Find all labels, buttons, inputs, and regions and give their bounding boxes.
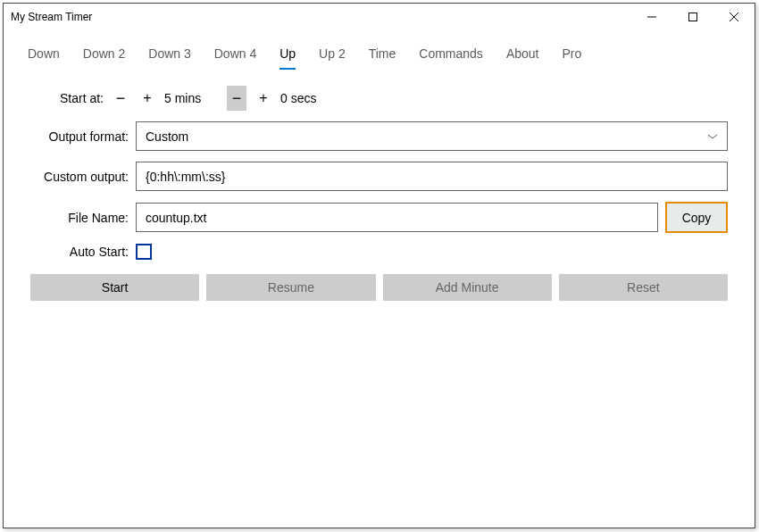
window-title: My Stream Timer — [11, 11, 92, 23]
secs-minus-button[interactable]: − — [227, 86, 246, 111]
mins-value: 5 mins — [164, 91, 209, 105]
minimize-icon — [647, 12, 656, 21]
tab-down-3[interactable]: Down 3 — [137, 39, 202, 70]
tab-down[interactable]: Down — [16, 39, 71, 70]
chevron-down-icon — [707, 130, 718, 143]
row-file-name: File Name: Copy — [4, 202, 728, 233]
mins-plus-button[interactable]: + — [138, 86, 157, 111]
window-controls — [631, 4, 755, 30]
svg-rect-1 — [689, 13, 697, 21]
tab-commands[interactable]: Commands — [407, 39, 495, 70]
tab-about[interactable]: About — [495, 39, 551, 70]
label-custom-output: Custom output: — [4, 170, 136, 184]
output-format-select[interactable]: Custom — [136, 121, 728, 151]
row-custom-output: Custom output: — [4, 162, 728, 191]
row-output-format: Output format: Custom — [4, 121, 728, 151]
label-output-format: Output format: — [4, 129, 136, 144]
custom-output-input[interactable] — [136, 162, 728, 191]
mins-stepper: − + 5 mins — [111, 86, 209, 111]
close-icon — [730, 12, 738, 21]
tab-up-2[interactable]: Up 2 — [307, 39, 357, 70]
copy-button[interactable]: Copy — [665, 202, 728, 233]
add-minute-button[interactable]: Add Minute — [383, 274, 552, 301]
tab-down-2[interactable]: Down 2 — [71, 39, 137, 70]
close-button[interactable] — [713, 4, 755, 30]
action-button-row: Start Resume Add Minute Reset — [4, 270, 755, 301]
row-start-at: Start at: − + 5 mins − + 0 secs — [4, 86, 728, 111]
tab-time[interactable]: Time — [357, 39, 408, 70]
tab-up[interactable]: Up — [268, 39, 307, 70]
reset-button[interactable]: Reset — [559, 274, 728, 301]
app-window: My Stream Timer Down Down 2 Down 3 Down … — [3, 3, 755, 528]
row-auto-start: Auto Start: — [4, 244, 728, 260]
auto-start-checkbox[interactable] — [136, 244, 152, 260]
start-button[interactable]: Start — [30, 274, 199, 301]
label-file-name: File Name: — [4, 211, 136, 225]
minimize-button[interactable] — [631, 4, 672, 30]
label-auto-start: Auto Start: — [4, 245, 136, 259]
mins-minus-button[interactable]: − — [111, 86, 130, 111]
tab-bar: Down Down 2 Down 3 Down 4 Up Up 2 Time C… — [4, 30, 755, 70]
tab-pro[interactable]: Pro — [550, 39, 593, 70]
resume-button[interactable]: Resume — [206, 274, 375, 301]
maximize-icon — [688, 12, 697, 21]
maximize-button[interactable] — [672, 4, 713, 30]
label-start-at: Start at: — [4, 91, 111, 105]
output-format-value: Custom — [146, 129, 188, 144]
tab-down-4[interactable]: Down 4 — [203, 39, 268, 70]
form-content: Start at: − + 5 mins − + 0 secs Output f… — [4, 70, 755, 260]
secs-stepper: − + 0 secs — [227, 86, 325, 111]
file-name-input[interactable] — [136, 203, 658, 232]
secs-value: 0 secs — [280, 91, 325, 105]
secs-plus-button[interactable]: + — [254, 86, 273, 111]
title-bar: My Stream Timer — [4, 4, 755, 30]
